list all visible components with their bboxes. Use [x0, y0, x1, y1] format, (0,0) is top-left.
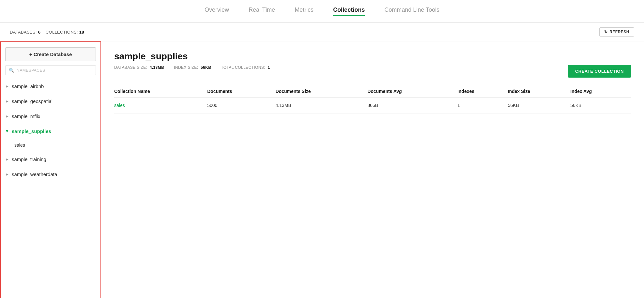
index-size-value: 56KB	[201, 65, 211, 70]
col-header-documents-size: Documents Size	[275, 85, 367, 97]
create-database-button[interactable]: + Create Database	[5, 47, 96, 61]
refresh-button[interactable]: ↻ REFRESH	[599, 27, 634, 37]
collection-index-size-cell: 56KB	[508, 97, 571, 113]
namespace-search-input[interactable]	[17, 68, 92, 73]
db-meta: DATABASE SIZE: 4.13MB INDEX SIZE: 56KB T…	[114, 65, 270, 70]
index-size-label: INDEX SIZE: 56KB	[174, 65, 211, 70]
collections-label: COLLECTIONS:	[46, 30, 78, 35]
tab-collections[interactable]: Collections	[333, 7, 365, 16]
collection-indexes-cell: 1	[457, 97, 508, 113]
total-collections-label: TOTAL COLLECTIONS: 1	[221, 65, 270, 70]
db-meta-row: DATABASE SIZE: 4.13MB INDEX SIZE: 56KB T…	[114, 65, 631, 78]
chevron-right-icon: ▶	[6, 157, 8, 161]
tab-metrics[interactable]: Metrics	[295, 7, 314, 16]
collection-name-link[interactable]: sales	[114, 103, 125, 108]
databases-label: DATABASES:	[10, 30, 37, 35]
sidebar-item-sample-geospatial[interactable]: ▶ sample_geospatial	[1, 94, 100, 109]
collection-documents-cell: 5000	[207, 97, 275, 113]
collections-table-body: sales 5000 4.13MB 866B 1 56KB 56KB	[114, 97, 631, 113]
collections-table: Collection Name Documents Documents Size…	[114, 85, 631, 113]
sidebar-item-sample-weatherdata[interactable]: ▶ sample_weatherdata	[1, 167, 100, 182]
sidebar-item-label: sample_airbnb	[12, 83, 44, 89]
sidebar-item-sample-airbnb[interactable]: ▶ sample_airbnb	[1, 79, 100, 94]
db-size-value: 4.13MB	[150, 65, 164, 70]
database-title: sample_supplies	[114, 51, 631, 62]
col-header-name: Collection Name	[114, 85, 207, 97]
tab-real-time[interactable]: Real Time	[249, 7, 275, 16]
search-icon: 🔍	[9, 68, 14, 73]
chevron-right-icon: ▶	[6, 99, 8, 103]
col-header-indexes: Indexes	[457, 85, 508, 97]
sidebar-item-label: sample_supplies	[12, 128, 51, 134]
tab-command-line-tools[interactable]: Command Line Tools	[384, 7, 439, 16]
chevron-right-icon: ▶	[6, 172, 8, 176]
collection-documents-avg-cell: 866B	[367, 97, 457, 113]
tab-overview[interactable]: Overview	[205, 7, 229, 16]
sidebar: + Create Database 🔍 ▶ sample_airbnb ▶ sa…	[0, 41, 101, 298]
stats-summary: DATABASES: 6 COLLECTIONS: 18	[10, 30, 84, 35]
collections-count: 18	[79, 30, 84, 35]
collection-documents-size-cell: 4.13MB	[275, 97, 367, 113]
col-header-documents-avg: Documents Avg	[367, 85, 457, 97]
sidebar-item-label: sample_mflix	[12, 113, 40, 119]
db-size-label: DATABASE SIZE: 4.13MB	[114, 65, 164, 70]
refresh-label: REFRESH	[609, 30, 629, 34]
total-collections-value: 1	[268, 65, 270, 70]
sidebar-item-label: sample_weatherdata	[12, 171, 57, 177]
sidebar-item-label: sample_training	[12, 156, 46, 162]
col-header-index-avg: Index Avg	[570, 85, 631, 97]
collection-index-avg-cell: 56KB	[570, 97, 631, 113]
databases-count: 6	[38, 30, 41, 35]
sidebar-item-sample-training[interactable]: ▶ sample_training	[1, 152, 100, 167]
collection-name-cell[interactable]: sales	[114, 97, 207, 113]
collection-item-label: sales	[14, 142, 25, 148]
create-collection-button[interactable]: CREATE COLLECTION	[568, 65, 631, 78]
col-header-index-size: Index Size	[508, 85, 571, 97]
sidebar-item-sample-mflix[interactable]: ▶ sample_mflix	[1, 109, 100, 124]
stats-bar: DATABASES: 6 COLLECTIONS: 18 ↻ REFRESH	[0, 23, 644, 41]
chevron-right-icon: ▶	[6, 114, 8, 118]
content-area: sample_supplies DATABASE SIZE: 4.13MB IN…	[101, 41, 644, 298]
chevron-down-icon: ▶	[6, 130, 9, 133]
sidebar-item-label: sample_geospatial	[12, 98, 53, 104]
collections-table-header: Collection Name Documents Documents Size…	[114, 85, 631, 97]
chevron-right-icon: ▶	[6, 84, 8, 88]
main-layout: + Create Database 🔍 ▶ sample_airbnb ▶ sa…	[0, 41, 644, 298]
namespace-search-container: 🔍	[5, 65, 96, 75]
table-row: sales 5000 4.13MB 866B 1 56KB 56KB	[114, 97, 631, 113]
sidebar-item-sample-supplies[interactable]: ▶ sample_supplies	[1, 124, 100, 139]
sidebar-item-sales-collection[interactable]: sales	[1, 139, 100, 152]
col-header-documents: Documents	[207, 85, 275, 97]
tab-navigation: Overview Real Time Metrics Collections C…	[0, 0, 644, 23]
refresh-icon: ↻	[604, 30, 608, 34]
database-list: ▶ sample_airbnb ▶ sample_geospatial ▶ sa…	[1, 79, 100, 298]
